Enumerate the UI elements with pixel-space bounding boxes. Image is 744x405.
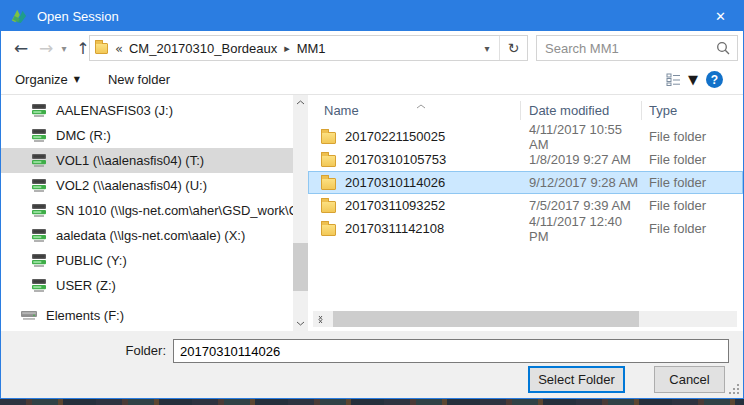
sidebar-item-label: PUBLIC (Y:) <box>56 253 127 268</box>
scrollbar-thumb[interactable] <box>293 243 308 291</box>
file-date-modified: 7/5/2017 9:39 AM <box>521 198 642 213</box>
network-drive-icon <box>31 204 47 217</box>
resize-grip-icon[interactable] <box>729 384 739 394</box>
folder-icon <box>321 178 336 190</box>
file-row[interactable]: 20170310105753 1/8/2019 9:27 AM File fol… <box>308 148 743 171</box>
sidebar-item-elements-f[interactable]: Elements (F:) <box>1 303 293 328</box>
file-date-modified: 4/11/2017 10:55 AM <box>521 122 642 152</box>
forward-icon[interactable]: → <box>34 31 58 65</box>
file-name: 20170310105753 <box>345 152 446 167</box>
view-dropdown-icon: ▼ <box>688 72 698 87</box>
column-headers: Name Date modified Type <box>308 95 743 125</box>
navigation-pane: AALENASFIS03 (J:) DMC (R:) VOL1 (\\aalen… <box>1 95 308 331</box>
column-header-type[interactable]: Type <box>642 101 743 120</box>
sidebar-item-label: Elements (F:) <box>46 308 124 323</box>
breadcrumb-separator-icon: ▸ <box>280 42 294 55</box>
network-drive-icon <box>31 279 47 292</box>
refresh-icon[interactable]: ↻ <box>500 40 527 56</box>
file-type: File folder <box>642 221 743 236</box>
sidebar-item-label: VOL2 (\\aalenasfis04) (U:) <box>56 178 207 193</box>
file-date-modified: 4/11/2017 12:40 PM <box>521 214 642 244</box>
folder-name-input[interactable] <box>173 339 729 363</box>
desktop-background <box>0 399 744 405</box>
select-folder-button[interactable]: Select Folder <box>528 366 625 393</box>
folder-icon <box>321 224 336 236</box>
sidebar-item-drive-r[interactable]: DMC (R:) <box>1 123 293 148</box>
command-toolbar: Organize ▼ New folder ▼ ? <box>1 65 743 95</box>
app-icon <box>10 8 28 24</box>
sidebar-item-label: VOL1 (\\aalenasfis04) (T:) <box>56 153 204 168</box>
sidebar-item-label: aaledata (\\lgs-net.com\aale) (X:) <box>56 228 245 243</box>
network-drive-icon <box>31 129 47 142</box>
file-type: File folder <box>642 198 743 213</box>
organize-dropdown-icon: ▼ <box>74 75 80 84</box>
title-bar: Open Session ✕ <box>1 1 743 31</box>
network-drive-icon <box>31 154 47 167</box>
new-folder-label: New folder <box>108 72 170 87</box>
sidebar-item-label: AALENASFIS03 (J:) <box>56 103 173 118</box>
change-view-button[interactable]: ▼ <box>666 72 698 87</box>
sidebar-item-label: SN 1010 (\\lgs-net.com\aher\GSD_work\Cit… <box>56 203 293 218</box>
close-icon[interactable]: ✕ <box>698 1 743 31</box>
file-row[interactable]: 20170311142108 4/11/2017 12:40 PM File f… <box>308 217 743 240</box>
main-area: AALENASFIS03 (J:) DMC (R:) VOL1 (\\aalen… <box>1 95 743 331</box>
network-drive-icon <box>31 229 47 242</box>
scroll-right-icon[interactable] <box>313 311 328 327</box>
sidebar-item-drive-u[interactable]: VOL2 (\\aalenasfis04) (U:) <box>1 173 293 198</box>
search-box <box>536 35 738 61</box>
file-type: File folder <box>642 175 743 190</box>
breadcrumb-folder-icon <box>95 43 108 54</box>
cancel-button[interactable]: Cancel <box>654 366 725 393</box>
folder-icon <box>321 201 336 213</box>
breadcrumb-collapsed[interactable]: « <box>108 41 126 56</box>
column-header-name[interactable]: Name <box>308 101 521 120</box>
address-dropdown-chevron-icon[interactable]: ▾ <box>475 43 499 54</box>
network-drive-icon <box>31 104 47 117</box>
network-drive-icon <box>31 179 47 192</box>
sidebar-item-drive-j[interactable]: AALENASFIS03 (J:) <box>1 98 293 123</box>
folder-icon <box>321 155 336 167</box>
sidebar-item-drive-t-selected[interactable]: VOL1 (\\aalenasfis04) (T:) <box>1 148 293 173</box>
network-drive-icon <box>31 254 47 267</box>
file-name: 20170311093252 <box>345 198 445 213</box>
search-input[interactable] <box>537 41 709 56</box>
file-row-selected[interactable]: 20170310114026 9/12/2017 9:28 AM File fo… <box>308 171 743 194</box>
file-date-modified: 1/8/2019 9:27 AM <box>521 152 642 167</box>
breadcrumb-segment-root[interactable]: CM_20170310_Bordeaux <box>126 41 280 56</box>
folder-field-label: Folder: <box>86 343 166 358</box>
folder-icon <box>321 132 336 144</box>
dialog-footer: Folder: Select Folder Cancel <box>1 331 743 398</box>
scroll-up-icon[interactable] <box>293 95 308 110</box>
open-session-dialog: Open Session ✕ ← → ▾ ↑ « CM_20170310_Bor… <box>0 0 744 399</box>
file-row[interactable]: 20170221150025 4/11/2017 10:55 AM File f… <box>308 125 743 148</box>
file-type: File folder <box>642 129 743 144</box>
organize-button[interactable]: Organize ▼ <box>7 68 88 92</box>
help-button[interactable]: ? <box>706 71 723 88</box>
sidebar-item-drive-z[interactable]: USER (Z:) <box>1 273 293 298</box>
file-date-modified: 9/12/2017 9:28 AM <box>521 175 642 190</box>
details-view-icon <box>666 73 681 86</box>
sidebar-item-drive-x[interactable]: aaledata (\\lgs-net.com\aale) (X:) <box>1 223 293 248</box>
navigation-bar: ← → ▾ ↑ « CM_20170310_Bordeaux ▸ MM1 ▾ ↻ <box>1 31 743 65</box>
sidebar-item-sn1010[interactable]: SN 1010 (\\lgs-net.com\aher\GSD_work\Cit… <box>1 198 293 223</box>
breadcrumb-segment-current[interactable]: MM1 <box>294 41 329 56</box>
recent-locations-chevron-icon[interactable]: ▾ <box>57 31 71 65</box>
file-list-horizontal-scrollbar[interactable] <box>313 311 737 327</box>
drive-tree: AALENASFIS03 (J:) DMC (R:) VOL1 (\\aalen… <box>1 95 293 331</box>
column-header-date-modified[interactable]: Date modified <box>521 101 642 120</box>
organize-label: Organize <box>15 72 68 87</box>
back-icon[interactable]: ← <box>9 31 33 65</box>
sidebar-item-label: DMC (R:) <box>56 128 111 143</box>
scrollbar-thumb[interactable] <box>333 311 639 327</box>
new-folder-button[interactable]: New folder <box>100 68 178 92</box>
file-list-pane: Name Date modified Type 20170221150025 4… <box>308 95 743 331</box>
file-type: File folder <box>642 152 743 167</box>
file-name: 20170311142108 <box>345 221 444 236</box>
sidebar-vertical-scrollbar[interactable] <box>293 95 308 331</box>
search-icon[interactable] <box>709 41 737 55</box>
address-bar[interactable]: « CM_20170310_Bordeaux ▸ MM1 ▾ ↻ <box>89 35 528 61</box>
sidebar-item-label: USER (Z:) <box>56 278 116 293</box>
scroll-down-icon[interactable] <box>293 316 308 331</box>
file-name: 20170221150025 <box>345 129 445 144</box>
sidebar-item-drive-y[interactable]: PUBLIC (Y:) <box>1 248 293 273</box>
